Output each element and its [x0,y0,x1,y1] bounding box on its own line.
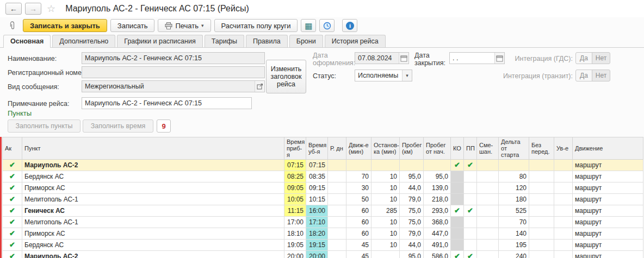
cell-delta[interactable]: 140 [499,228,529,240]
integration-gds-yes-button[interactable]: Да [575,52,592,64]
cell-delta[interactable]: 80 [499,171,529,183]
cell-arr[interactable]: 19:05 [284,240,306,251]
cell-uve[interactable] [554,228,573,240]
note-field[interactable]: Мариуполь АС-2 - Геническ АС 07:15 [82,97,252,109]
cell-pp[interactable] [464,228,477,240]
cell-ko[interactable] [451,240,464,251]
cell-stop[interactable]: 10 [371,240,400,251]
cell-ak[interactable]: ✔ [3,217,22,228]
col-rdn[interactable]: Р. дн [328,137,346,160]
back-button[interactable]: ← [5,3,22,15]
tab-0[interactable]: Основная [3,35,51,48]
cell-movement[interactable]: маршрут [573,205,643,217]
cell-arr[interactable]: 07:15 [284,160,306,171]
cell-uve[interactable] [554,194,573,205]
cell-uve[interactable] [554,183,573,194]
points-count-button[interactable]: 9 [157,119,171,133]
cell-dist[interactable] [400,160,424,171]
cell-dist[interactable]: 79,0 [400,194,424,205]
cell-dist[interactable]: 95,0 [400,251,424,258]
col-mixed[interactable]: Сме- шан. [477,137,499,160]
cell-dep[interactable]: 08:35 [306,171,328,183]
cell-uve[interactable] [554,205,573,217]
table-row[interactable]: ✔Мариуполь АС-220:0020:004595,0586,0✔✔24… [3,251,643,258]
cell-dep[interactable]: 19:15 [306,240,328,251]
col-stop[interactable]: Останов- ка (мин) [371,137,400,160]
open-button[interactable] [255,81,264,92]
cell-ak[interactable]: ✔ [3,160,22,171]
col-delta[interactable]: Дельта от старта [499,137,529,160]
date-open-field[interactable]: 07.08.2024 [355,52,409,64]
cell-bez[interactable] [529,171,554,183]
cell-move[interactable]: 45 [346,240,371,251]
fill-time-button[interactable]: Заполнить время [83,119,153,133]
col-dist_total[interactable]: Пробег от нач. [424,137,451,160]
cell-dist[interactable]: 75,0 [400,217,424,228]
col-name[interactable]: Пункт [22,137,284,160]
tab-1[interactable]: Дополнительно [52,35,115,47]
cell-dist[interactable]: 79,0 [400,228,424,240]
cell-bez[interactable] [529,160,554,171]
cell-arr[interactable]: 18:10 [284,228,306,240]
info-button[interactable]: i [342,19,357,32]
cell-stop[interactable]: 10 [371,228,400,240]
cell-dist_total[interactable]: 586,0 [424,251,451,258]
favorite-star-icon[interactable]: ☆ [47,3,55,15]
col-pp[interactable]: ПП [464,137,477,160]
cell-dist[interactable]: 75,0 [400,205,424,217]
cell-move[interactable]: 45 [346,251,371,258]
cell-movement[interactable]: маршрут [573,228,643,240]
cell-movement[interactable]: маршрут [573,194,643,205]
cell-ko[interactable] [451,183,464,194]
cell-bez[interactable] [529,183,554,194]
cell-pp[interactable]: ✔ [464,160,477,171]
cell-ak[interactable]: ✔ [3,228,22,240]
cell-dep[interactable]: 09:15 [306,183,328,194]
cell-bez[interactable] [529,240,554,251]
cell-name[interactable]: Геническ АС [22,205,284,217]
tab-5[interactable]: Брони [289,35,323,47]
cell-ak[interactable]: ✔ [3,251,22,258]
cell-pp[interactable] [464,194,477,205]
cell-dep[interactable]: 07:15 [306,160,328,171]
cell-bez[interactable] [529,228,554,240]
cell-rdn[interactable] [328,217,346,228]
table-row[interactable]: ✔Приморск АС18:1018:20601079,0447,0140ма… [3,228,643,240]
cell-arr[interactable]: 11:15 [284,205,306,217]
cell-ak[interactable]: ✔ [3,205,22,217]
integration-transit-yes-button[interactable]: Да [575,70,592,81]
cell-ko[interactable]: ✔ [451,251,464,258]
cell-ak[interactable]: ✔ [3,171,22,183]
cell-rdn[interactable] [328,183,346,194]
cell-dist_total[interactable]: 139,0 [424,183,451,194]
table-row[interactable]: ✔Мелитополь АС-117:0017:10601075,0368,07… [3,217,643,228]
cell-name[interactable]: Мариуполь АС-2 [22,251,284,258]
cell-delta[interactable]: 240 [499,251,529,258]
history-button[interactable] [319,19,335,32]
cell-delta[interactable]: 180 [499,194,529,205]
cell-dist_total[interactable] [424,160,451,171]
cell-uve[interactable] [554,171,573,183]
cell-mixed[interactable] [477,251,499,258]
cell-movement[interactable]: маршрут [573,217,643,228]
date-close-field[interactable]: . . [449,52,505,64]
cell-name[interactable]: Бердянск АС [22,171,284,183]
table-row[interactable]: ✔Мелитополь АС-110:0510:15501079,0218,01… [3,194,643,205]
cell-delta[interactable]: 120 [499,183,529,194]
tab-3[interactable]: Тарифы [205,35,244,47]
cell-movement[interactable]: маршрут [573,183,643,194]
cell-pp[interactable]: ✔ [464,251,477,258]
cell-ak[interactable]: ✔ [3,194,22,205]
cell-dist_total[interactable]: 218,0 [424,194,451,205]
cell-rdn[interactable] [328,194,346,205]
cell-stop[interactable]: 285 [371,205,400,217]
save-button[interactable]: Записать [110,19,155,32]
cell-dist_total[interactable]: 491,0 [424,240,451,251]
cell-uve[interactable] [554,160,573,171]
tab-4[interactable]: Правила [246,35,288,47]
cell-stop[interactable]: 10 [371,194,400,205]
cell-dist[interactable]: 95,0 [400,171,424,183]
cell-stop[interactable] [371,160,400,171]
cell-name[interactable]: Мелитополь АС-1 [22,194,284,205]
cell-bez[interactable] [529,251,554,258]
